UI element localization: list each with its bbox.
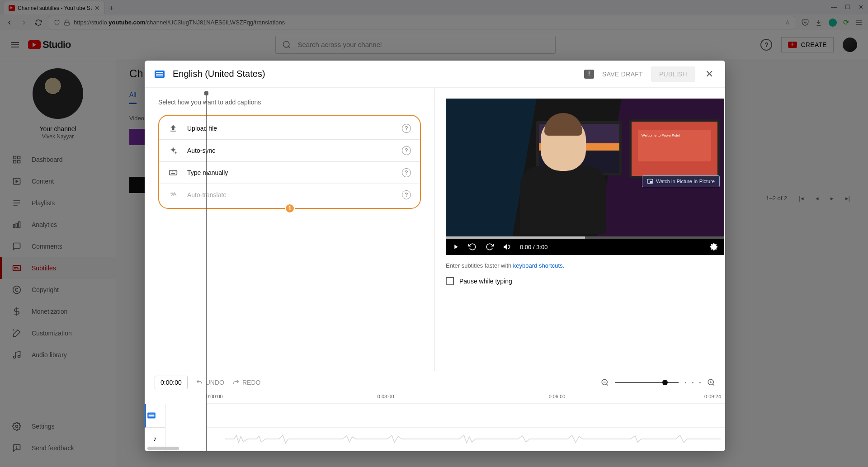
preview-pane: Welcome to PowerPoint Watch in Picture-i… [435,88,725,371]
video-frame: Welcome to PowerPoint Watch in Picture-i… [446,99,724,239]
hint-text: Enter subtitles faster with keyboard sho… [446,262,725,269]
zoom-out-icon[interactable] [601,378,609,387]
subtitles-icon [147,412,156,418]
zoom-in-icon[interactable] [707,378,715,387]
redo-button[interactable]: REDO [232,379,260,386]
option-label: Auto-sync [187,147,215,154]
upload-icon [168,124,178,133]
help-icon[interactable]: ? [402,124,411,133]
video-time: 0:00 / 3:00 [520,244,547,250]
horizontal-scrollbar[interactable] [147,447,179,450]
pause-label: Pause while typing [459,278,512,285]
option-label: Upload file [187,125,217,132]
timecode-input[interactable]: 0:00:00 [155,376,188,389]
translate-icon [168,190,178,199]
video-preview[interactable]: Welcome to PowerPoint Watch in Picture-i… [446,99,724,255]
ruler-mark: 0:03:00 [377,394,394,399]
option-auto-translate: Auto-translate? [159,184,420,206]
help-icon[interactable]: ? [402,146,411,155]
pip-button[interactable]: Watch in Picture-in-Picture [642,175,720,187]
waveform [225,434,721,444]
modal-title: English (United States) [173,69,265,79]
playhead[interactable] [206,92,207,451]
video-controls: 0:00 / 3:00 [446,239,724,255]
caption-options-card: Upload file?Auto-sync?Type manually?Auto… [158,115,421,209]
volume-icon[interactable] [503,243,511,251]
subtitles-icon [155,71,165,78]
svg-rect-29 [170,170,177,175]
pause-checkbox[interactable] [446,277,454,285]
instruction-text: Select how you want to add captions [158,99,421,106]
sparkle-icon [168,146,178,155]
ruler-mark: 0:09:24 [704,394,721,399]
ruler-mark: 0:06:00 [549,394,566,399]
audio-lane[interactable] [207,428,725,452]
person [509,117,618,239]
close-icon[interactable]: ✕ [703,66,715,82]
option-auto-sync[interactable]: Auto-sync? [159,140,420,162]
annotation-badge: 1 [285,203,295,213]
keyboard-shortcuts-link[interactable]: keyboard shortcuts [513,262,563,269]
option-type-manually[interactable]: Type manually? [159,162,420,184]
caption-options-pane: Select how you want to add captions Uplo… [145,88,435,371]
timeline: 0:00:00 UNDO REDO 0:00:000:03:000:06:000… [145,371,725,451]
modal-header: English (United States) SAVE DRAFT PUBLI… [145,61,725,88]
ruler-mark: 0:00:00 [206,394,223,399]
keyboard-icon [168,168,178,177]
seek-bar[interactable] [446,236,724,239]
svg-line-37 [712,384,714,385]
help-icon[interactable]: ? [402,190,411,199]
zoom-slider[interactable] [615,382,679,383]
svg-line-34 [606,384,608,385]
slide-text: Welcome to PowerPoint [638,130,711,161]
rewind-10-icon[interactable] [468,243,476,251]
monitor-right: Welcome to PowerPoint [629,119,720,178]
save-draft-button[interactable]: SAVE DRAFT [602,71,643,78]
help-icon[interactable]: ? [402,168,411,177]
option-label: Auto-translate [187,191,226,198]
forward-10-icon[interactable] [486,243,494,251]
svg-rect-31 [650,181,652,183]
publish-button: PUBLISH [651,66,695,82]
subtitle-editor-modal: English (United States) SAVE DRAFT PUBLI… [145,61,725,451]
play-icon[interactable] [452,243,459,250]
feedback-icon[interactable] [584,70,594,79]
subtitle-lane[interactable] [207,404,725,428]
settings-gear-icon[interactable] [710,243,718,251]
undo-button[interactable]: UNDO [196,379,224,386]
option-label: Type manually [187,169,228,176]
option-upload-file[interactable]: Upload file? [159,118,420,140]
subtitle-track-tab[interactable] [145,404,165,428]
